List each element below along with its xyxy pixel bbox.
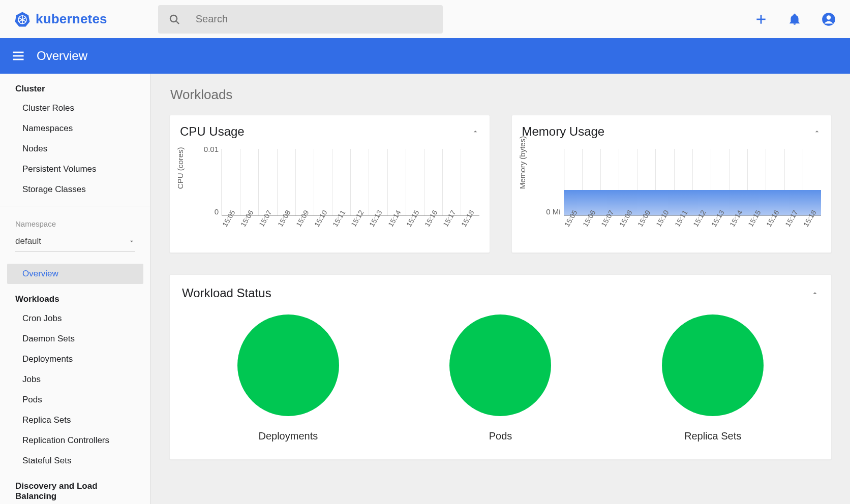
search-icon bbox=[168, 13, 180, 25]
chart-gridline bbox=[332, 149, 350, 215]
search-input[interactable] bbox=[195, 13, 433, 25]
sidebar-item-cluster-roles[interactable]: Cluster Roles bbox=[0, 98, 150, 118]
chart-gridline bbox=[240, 149, 258, 215]
status-card-title: Workload Status bbox=[182, 286, 271, 300]
brand-name: kubernetes bbox=[36, 11, 107, 27]
kubernetes-logo-icon bbox=[14, 11, 31, 27]
chart-gridline bbox=[369, 149, 387, 215]
sidebar-item-storage-classes[interactable]: Storage Classes bbox=[0, 179, 150, 200]
namespace-label: Namespace bbox=[0, 212, 150, 229]
chart-gridline bbox=[424, 149, 442, 215]
sidebar-item-pods[interactable]: Pods bbox=[0, 390, 150, 410]
cpu-usage-card: CPU Usage CPU (cores) 0.01 0 15:0515:061… bbox=[169, 115, 490, 253]
chevron-down-icon bbox=[128, 238, 135, 245]
top-chrome: kubernetes bbox=[0, 0, 850, 38]
chrome-actions bbox=[754, 12, 836, 26]
status-donut bbox=[662, 314, 764, 416]
create-icon[interactable] bbox=[754, 13, 768, 26]
chart-gridline bbox=[461, 149, 479, 215]
chart-gridline bbox=[277, 149, 295, 215]
mem-ytick-bot: 0 Mi bbox=[540, 207, 561, 216]
chart-gridline bbox=[387, 149, 406, 215]
cpu-ytick-bot: 0 bbox=[198, 207, 219, 216]
notifications-icon[interactable] bbox=[788, 13, 801, 26]
cpu-ylabel: CPU (cores) bbox=[176, 147, 185, 190]
chart-gridline bbox=[314, 149, 332, 215]
memory-usage-card: Memory Usage Memory (bytes) 0 Mi 15:0515… bbox=[511, 115, 832, 253]
chart-gridline bbox=[350, 149, 369, 215]
search-box[interactable] bbox=[158, 5, 443, 34]
status-donut bbox=[449, 314, 551, 416]
mem-ylabel: Memory (bytes) bbox=[518, 136, 526, 189]
sidebar-item-namespaces[interactable]: Namespaces bbox=[0, 118, 150, 139]
sidebar-item-nodes[interactable]: Nodes bbox=[0, 139, 150, 159]
status-donut bbox=[237, 314, 339, 416]
sidebar-item-cron-jobs[interactable]: Cron Jobs bbox=[0, 308, 150, 329]
page-title: Overview bbox=[37, 49, 87, 63]
namespace-select[interactable]: default bbox=[15, 231, 135, 251]
section-caption: Workloads bbox=[170, 87, 832, 103]
sidebar-divider bbox=[0, 206, 150, 206]
workload-status-item: Deployments bbox=[237, 314, 339, 442]
sidebar-item-daemon-sets[interactable]: Daemon Sets bbox=[0, 329, 150, 349]
svg-point-9 bbox=[170, 15, 177, 22]
cpu-ytick-top: 0.01 bbox=[198, 145, 219, 153]
svg-point-14 bbox=[827, 15, 831, 19]
sidebar: Cluster Cluster Roles Namespaces Nodes P… bbox=[0, 74, 151, 504]
workload-status-card: Workload Status DeploymentsPodsReplica S… bbox=[169, 274, 832, 460]
workload-status-item: Replica Sets bbox=[662, 314, 764, 442]
sidebar-item-jobs[interactable]: Jobs bbox=[0, 369, 150, 390]
sidebar-item-replication-controllers[interactable]: Replication Controllers bbox=[0, 430, 150, 451]
mem-card-title: Memory Usage bbox=[522, 124, 605, 139]
cpu-usage-chart: CPU (cores) 0.01 0 15:0515:0615:0715:081… bbox=[180, 145, 479, 241]
chart-gridline bbox=[406, 149, 424, 215]
menu-icon[interactable] bbox=[11, 49, 25, 63]
cpu-card-title: CPU Usage bbox=[180, 124, 245, 139]
svg-line-10 bbox=[176, 21, 179, 24]
sidebar-item-deployments[interactable]: Deployments bbox=[0, 349, 150, 369]
sidebar-section-cluster[interactable]: Cluster bbox=[0, 74, 150, 98]
sidebar-section-workloads[interactable]: Workloads bbox=[0, 284, 150, 308]
status-donut-label: Deployments bbox=[237, 430, 339, 442]
status-donut-label: Pods bbox=[449, 430, 551, 442]
sidebar-item-stateful-sets[interactable]: Stateful Sets bbox=[0, 451, 150, 471]
chart-area-fill bbox=[564, 190, 822, 215]
chart-gridline bbox=[295, 149, 314, 215]
chart-gridline bbox=[442, 149, 461, 215]
collapse-icon[interactable] bbox=[471, 128, 479, 136]
page-toolbar: Overview bbox=[0, 38, 850, 74]
namespace-value: default bbox=[15, 236, 41, 246]
sidebar-item-overview[interactable]: Overview bbox=[7, 264, 143, 284]
collapse-icon[interactable] bbox=[813, 128, 821, 136]
chart-gridline bbox=[222, 149, 240, 215]
sidebar-item-persistent-volumes[interactable]: Persistent Volumes bbox=[0, 159, 150, 179]
main-content: Workloads CPU Usage CPU (cores) 0.01 0 1… bbox=[151, 74, 850, 504]
status-donut-label: Replica Sets bbox=[662, 430, 764, 442]
chart-gridline bbox=[258, 149, 277, 215]
account-icon[interactable] bbox=[822, 12, 836, 26]
collapse-icon[interactable] bbox=[811, 289, 819, 297]
svg-point-8 bbox=[21, 18, 23, 20]
sidebar-section-dlb[interactable]: Discovery and Load Balancing bbox=[0, 471, 150, 504]
sidebar-item-replica-sets[interactable]: Replica Sets bbox=[0, 410, 150, 430]
workload-status-item: Pods bbox=[449, 314, 551, 442]
brand-logo[interactable]: kubernetes bbox=[14, 11, 107, 27]
memory-usage-chart: Memory (bytes) 0 Mi 15:0515:0615:0715:08… bbox=[522, 145, 822, 241]
